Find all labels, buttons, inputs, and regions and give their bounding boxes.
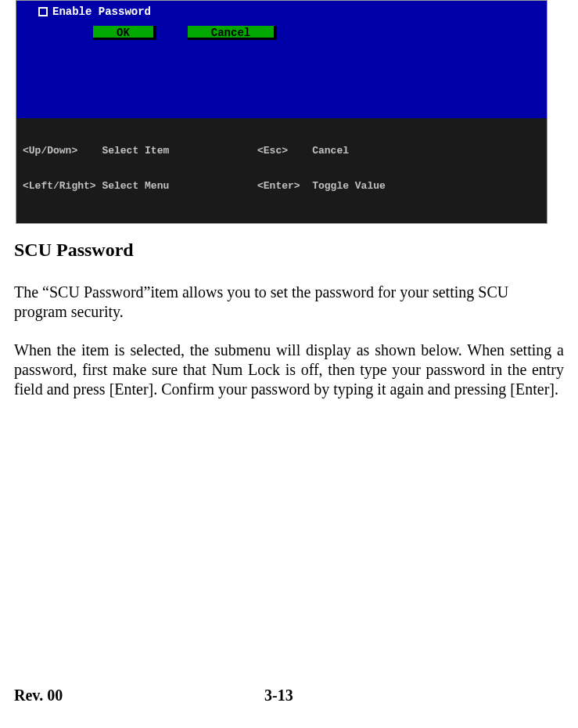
paragraph-1: The “SCU Password”item allows you to set…	[14, 283, 564, 322]
help-updown: <Up/Down> Select Item	[23, 145, 257, 157]
help-enter: <Enter> Toggle Value	[257, 180, 540, 192]
document-body: SCU Password The “SCU Password”item allo…	[0, 224, 578, 399]
page-footer: Rev. 00 3-13	[14, 687, 564, 705]
bios-screenshot: Enable Password OK Cancel <Up/Down> Sele…	[16, 0, 547, 224]
paragraph-2: When the item is selected, the submenu w…	[14, 341, 564, 399]
checkbox-icon	[38, 7, 48, 16]
cancel-button[interactable]: Cancel	[188, 26, 277, 40]
dialog-button-row: OK Cancel	[93, 26, 540, 40]
section-heading: SCU Password	[14, 240, 564, 261]
bios-footer-help: <Up/Down> Select Item <Left/Right> Selec…	[16, 118, 547, 223]
enable-password-label: Enable Password	[52, 5, 151, 18]
bios-dialog-area: Enable Password OK Cancel	[16, 1, 547, 118]
ok-button[interactable]: OK	[93, 26, 156, 40]
help-leftright: <Left/Right> Select Menu	[23, 180, 257, 192]
help-esc: <Esc> Cancel	[257, 145, 540, 157]
revision-label: Rev. 00	[14, 687, 264, 705]
page-number: 3-13	[264, 687, 293, 705]
enable-password-option[interactable]: Enable Password	[38, 5, 540, 18]
